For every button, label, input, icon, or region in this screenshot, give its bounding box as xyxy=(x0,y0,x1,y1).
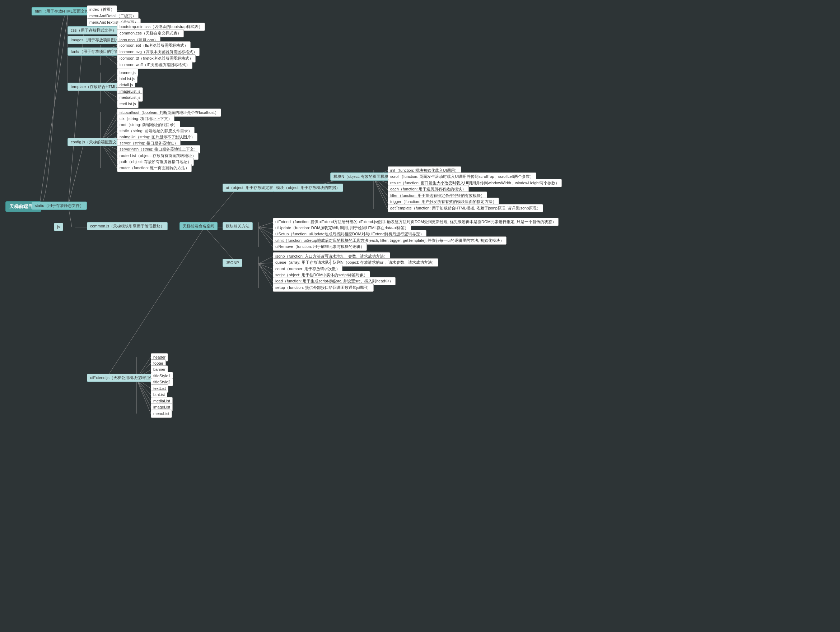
template-banner-label: banner.js xyxy=(120,70,136,75)
node-js: js xyxy=(54,223,63,231)
config-routerList-label: routerList（object: 存放所有页面跳转地址） xyxy=(120,154,196,158)
fn-uiSetup-label: uiSetup（function: uiUpdate地成后找到相应DOM对与ui… xyxy=(275,232,424,236)
svg-line-62 xyxy=(259,264,273,288)
node-kuaijianFn: 模块相关方法 xyxy=(223,222,253,230)
svg-line-39 xyxy=(205,227,237,264)
template-btn-label: btnList.js xyxy=(120,76,135,81)
node-fn-uiRemove: uiRemove（function: 用于解绑元素与模块的逻辑） xyxy=(273,242,367,251)
kuaijian-label: 模块（object: 用于存放模块的数据） xyxy=(276,185,340,190)
uiExtend-textList-label: textList xyxy=(153,386,166,391)
svg-line-23 xyxy=(68,142,84,206)
js-label: js xyxy=(57,225,60,229)
uiExtend-footer-label: footer xyxy=(153,361,163,365)
css-common-label: common.css（天梯自定义样式表） xyxy=(120,31,181,35)
css-label: css（用于存放样式文件） xyxy=(71,28,116,32)
svg-line-59 xyxy=(259,264,273,269)
node-jsonp-setup: setup（function: 提供外部接口给回调函数通知js调用） xyxy=(273,284,374,292)
kuaijianN-label: 模块N（object: 有效的页面模块） xyxy=(333,174,392,179)
fn-uiRemove-label: uiRemove（function: 用于解绑元素与模块的逻辑） xyxy=(275,244,364,249)
fonts-eot-label: icomoon.eot（IE浏览器所需图标格式） xyxy=(120,43,188,48)
svg-line-37 xyxy=(205,188,237,227)
svg-line-74 xyxy=(136,379,151,413)
node-uiExtendjs: uiExtend.js（天梯公用模块逻辑组件） xyxy=(87,374,160,382)
svg-line-33 xyxy=(101,142,117,168)
mindmap-canvas: 天梯前端目录 html（用于存放HTML页面文件） index（首页） menu… xyxy=(0,0,840,632)
template-mediaList-label: mediaList.js xyxy=(120,95,141,100)
uiExtend-btnList-label: btnList xyxy=(153,392,165,397)
node-uiExtend-menuList: menuList xyxy=(151,410,172,418)
config-root-label: root（string: 前端地址的根目录） xyxy=(120,122,178,127)
config-serverPath-label: serverPath（string: 接口服务器地址上下文） xyxy=(120,147,198,151)
fonts-woff-label: icomoon.woff（IE浏览器所需图标格式） xyxy=(120,63,190,67)
node-template-textList: textList.js xyxy=(117,100,139,108)
static-label: static（用于存放静态文件） xyxy=(35,203,84,207)
uiExtend-banner-label: banner xyxy=(153,367,166,372)
template-imageList-label: imageList.js xyxy=(120,89,141,93)
svg-line-49 xyxy=(373,177,388,209)
config-noImgUrl-label: noImgUrl（string: 图片显示不了默认图片） xyxy=(120,135,195,139)
html-menuAndDetail-label: menuAndDetail（二级页） xyxy=(89,14,136,18)
config-path-label: path（object: 存放所有服务器接口地址） xyxy=(120,160,191,164)
svg-line-55 xyxy=(259,227,273,247)
node-css: css（用于存放样式文件） xyxy=(68,26,120,35)
uiExtendjs-label: uiExtend.js（天梯公用模块逻辑组件） xyxy=(90,375,157,380)
jsonp-queue-label: queue（array: 用于存放请求队列） xyxy=(275,260,337,265)
fonts-ttf-label: icomoon.ttf（firefox浏览器所需图标格式） xyxy=(120,56,193,60)
kuaijianN-filter-label: filter（function: 用于筛选有特定条件特征的有效模块） xyxy=(390,193,485,198)
jsonp-setup-label: setup（function: 提供外部接口给回调函数通知js调用） xyxy=(275,285,371,290)
kuaijianFn-label: 模块相关方法 xyxy=(226,224,249,228)
node-kuaijian: 模块（object: 用于存放模块的数据） xyxy=(273,184,343,192)
uiExtend-titleStyle1-label: titleStyle1 xyxy=(153,374,171,378)
svg-line-72 xyxy=(136,379,151,401)
node-kuaijianN: 模块N（object: 有效的页面模块） xyxy=(330,173,396,181)
node-commonjs: common.js（天梯模块引擎用于管理模块） xyxy=(87,222,167,230)
kuaijianN-each-label: each（function: 用于遍历所有有效的模块） xyxy=(390,187,466,191)
images-label: images（用于存放项目图片） xyxy=(71,38,123,42)
svg-line-61 xyxy=(259,264,273,282)
commonjs-label: common.js（天梯模块引擎用于管理模块） xyxy=(90,224,164,228)
svg-line-0 xyxy=(39,13,68,206)
node-html: html（用于存放HTML页面文件） xyxy=(32,7,96,16)
config-ctx-label: ctx（string: 项目地址上下文） xyxy=(120,116,172,121)
jsonp-queueN-label: 队列N（object: 存放请求的url、请求参数、请求成功方法） xyxy=(333,260,436,265)
jsonp-script-label: script（object: 用于往DOM中实体的script标签对象） xyxy=(275,273,368,277)
config-isLocalhost-label: isLocalhost（boolean: 判断页面的地址是否在localhost… xyxy=(120,110,219,115)
uiExtend-menuList-label: menuList xyxy=(153,412,169,416)
node-jsonp-queueN: 队列N（object: 存放请求的url、请求参数、请求成功方法） xyxy=(330,258,438,267)
svg-line-54 xyxy=(259,227,273,241)
kuaijianN-trigger-label: trigger（function: 用户触发所有有效的模块里面的指定方法） xyxy=(390,200,496,204)
kuaijianN-resize-label: resize（function: 窗口发生大小改变时载入UI调用并传到windo… xyxy=(390,181,559,185)
node-tiantiMingC: 天梯前端命名空间 xyxy=(180,222,218,230)
svg-line-51 xyxy=(259,222,273,227)
svg-line-52 xyxy=(259,227,273,228)
jsonp-count-label: count（number: 用于存放请求次数） xyxy=(275,267,340,271)
config-server-label: server（string: 接口服务器地址） xyxy=(120,141,178,145)
uiExtend-header-label: header xyxy=(153,355,166,359)
template-textList-label: textList.js xyxy=(120,102,136,106)
fn-uiInit-label: uiInit（function: uiSetup地成后对应的模块的工具方法[ea… xyxy=(275,238,504,242)
fn-uiUpdate-label: uiUpdate（function: DOM加载完毕时调用, 用于检测HTML存… xyxy=(275,226,409,230)
config-static-label: static（string: 前端地址的静态文件目录） xyxy=(120,128,192,133)
jsonp-load-label: load（function: 用于生成script标签src, 并设置src、插… xyxy=(275,279,393,283)
kuaijianN-scroll-label: scroll（function: 页面发生滚动时载入UI调用并传到scrollT… xyxy=(390,174,534,179)
kuaijianN-init-label: init（function: 模块初始化载入UI调用） xyxy=(390,168,459,173)
node-jsonp: JSONP xyxy=(223,259,242,267)
html-index-label: index（首页） xyxy=(89,7,115,11)
node-static: static（用于存放静态文件） xyxy=(32,201,87,210)
uiExtend-imageList-label: imageList xyxy=(153,405,170,409)
svg-line-73 xyxy=(136,379,151,407)
uiExtend-titleStyle2-label: titleStyle2 xyxy=(153,380,171,384)
css-bootstrap-label: bootstrap.min.css（因继承的bootstrap样式表） xyxy=(120,24,202,29)
svg-line-58 xyxy=(259,263,273,264)
svg-line-53 xyxy=(259,227,273,234)
svg-line-48 xyxy=(373,177,388,203)
uiExtend-mediaList-label: mediaList xyxy=(153,399,170,403)
node-kuaijianN-getTemplate: getTemplate（function: 用于加载贴合HTML模板, 依赖于j… xyxy=(388,204,543,212)
fonts-svg-label: icomoon.svg（高版本浏览器所需图标格式） xyxy=(120,49,197,54)
jsonp-jsonp-label: jsonp（function: 入口方法请写请求地址、参数、请求成功方法） xyxy=(275,254,388,258)
jsonp-label: JSONP xyxy=(226,260,239,265)
svg-line-6 xyxy=(68,30,84,206)
html-label: html（用于存放HTML页面文件） xyxy=(35,9,93,13)
node-fonts-woff: icomoon.woff（IE浏览器所需图标格式） xyxy=(117,61,193,69)
config-label: config.js（天梯前端配置文件） xyxy=(71,140,125,144)
